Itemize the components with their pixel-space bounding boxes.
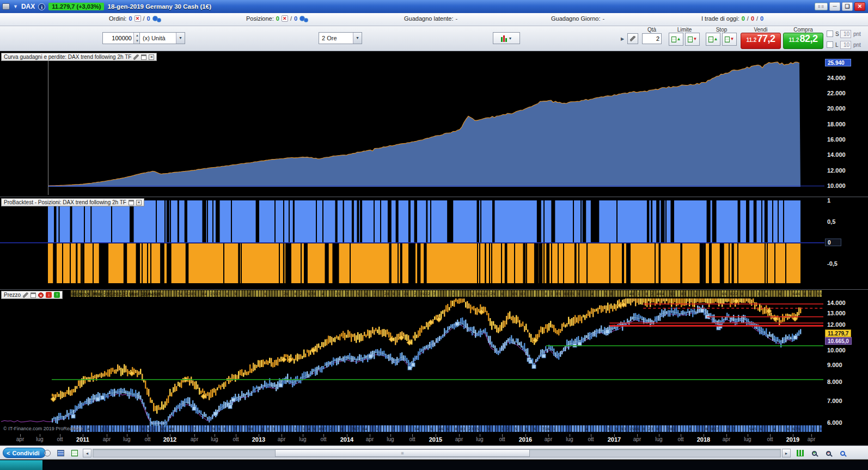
timeframe-select[interactable]: 2 Ore ▼ [319, 32, 362, 44]
buy-button[interactable]: 11.282,2 [783, 33, 823, 49]
close-icon[interactable]: × [136, 200, 142, 205]
svg-text:9: 9 [621, 427, 624, 431]
svg-text:0: 0 [202, 292, 204, 296]
limit-buy-button[interactable]: ▲ [669, 33, 683, 46]
svg-text:1: 1 [502, 427, 504, 431]
maximize-button[interactable]: ❏ [842, 2, 853, 11]
svg-text:6: 6 [354, 427, 357, 431]
stop-buy-button[interactable]: ▲ [706, 33, 720, 46]
equity-chart-canvas[interactable] [0, 51, 868, 197]
minimize-button[interactable]: ─ [829, 2, 840, 11]
quantity-stepper[interactable]: ▲ ▼ [102, 32, 141, 44]
day-gain-info: Guadagno Giorno: - [551, 15, 604, 22]
panel-expand-icon[interactable]: ▶ [621, 36, 624, 41]
position-label: Posizione: [246, 15, 274, 22]
zoom-select-button[interactable] [838, 448, 848, 458]
zoom-out-button[interactable]: − [823, 448, 834, 458]
positions-y-axis-label: 0,5 [827, 218, 865, 225]
svg-text:4: 4 [629, 292, 632, 296]
svg-text:3: 3 [570, 292, 572, 296]
order-sheet-icon [688, 36, 693, 42]
positions-chart-canvas[interactable] [0, 197, 868, 289]
info-icon[interactable]: i [38, 3, 45, 10]
svg-text:7: 7 [542, 427, 545, 431]
svg-text:3: 3 [812, 427, 814, 431]
workspace-button[interactable] [56, 448, 65, 458]
orders-settings-icon[interactable] [152, 15, 161, 22]
scroll-left-button[interactable]: ◄ [83, 449, 91, 457]
limit-points-input[interactable] [840, 41, 851, 49]
price-chart-canvas[interactable]: 6890228271253404674628504159769462602978… [0, 290, 868, 445]
share-button[interactable]: < Condividi [3, 448, 46, 458]
quick-buy-icon[interactable]: ↑ [54, 292, 60, 298]
svg-text:8: 8 [387, 292, 389, 296]
svg-text:8: 8 [267, 427, 270, 431]
wrench-icon[interactable] [23, 292, 28, 298]
order-settings-button[interactable] [627, 33, 638, 44]
svg-text:6: 6 [779, 292, 781, 296]
scrollbar-thumb[interactable]: ≡ [275, 449, 530, 457]
latent-gain-label: Guadagno latente: [404, 15, 454, 22]
x-axis-label: ott [314, 436, 333, 442]
equity-panel-title-text: Curva guadagni e perdite: DAX trend foll… [4, 54, 131, 60]
cancel-orders-icon[interactable]: ✕ [135, 15, 141, 22]
orders-count2: 0 [147, 15, 150, 22]
x-axis-label: apr [449, 436, 469, 442]
share-icon: < [7, 450, 10, 456]
chart-scrollbar[interactable]: ≡ [93, 449, 781, 457]
price-y-axis-label: 6.000 [827, 419, 865, 426]
sell-button[interactable]: 11.277,2 [741, 33, 781, 49]
unit-select[interactable]: (x) Unità ▼ [139, 32, 185, 44]
close-icon[interactable]: × [38, 292, 44, 298]
account-info-row: Ordini: 0 ✕ / 0 Posizione: 0 ✕ / 0 Guada… [0, 13, 868, 26]
x-axis-label: lug [649, 436, 669, 442]
x-axis-label: 2018 [694, 436, 713, 443]
keyboard-icon[interactable]: ⠿⠿ [815, 3, 828, 10]
publish-button[interactable] [42, 448, 52, 458]
x-axis-label: 2019 [783, 436, 803, 443]
instrument-dropdown-icon[interactable]: ▼ [13, 4, 18, 9]
svg-text:2: 2 [469, 427, 471, 431]
wrench-icon[interactable] [133, 54, 139, 60]
svg-text:3: 3 [472, 427, 474, 431]
arrow-down-icon: ▼ [730, 37, 735, 41]
auto-scale-button[interactable] [795, 448, 805, 458]
order-qty-input[interactable] [642, 33, 662, 44]
x-axis-label: ott [50, 436, 70, 442]
scroll-right-button[interactable]: ► [782, 449, 791, 457]
svg-text:2: 2 [649, 427, 651, 431]
orders-info: Ordini: 0 ✕ / 0 [109, 15, 161, 22]
stop-points-input[interactable] [840, 30, 851, 38]
svg-text:4: 4 [586, 427, 588, 431]
limit-label: Limite [669, 27, 700, 33]
window-icon[interactable] [141, 54, 146, 60]
close-position-icon[interactable]: ✕ [282, 15, 288, 22]
chart-type-button[interactable]: ▼ [493, 32, 520, 44]
stop-checkbox[interactable] [827, 30, 833, 37]
position-settings-icon[interactable] [299, 15, 308, 22]
quick-sell-icon[interactable]: ↓ [46, 292, 52, 298]
green-bars-icon [797, 450, 804, 456]
svg-text:0: 0 [706, 427, 708, 431]
instrument-symbol[interactable]: DAX [21, 3, 35, 10]
limit-sell-button[interactable]: ▼ [685, 33, 700, 46]
close-icon[interactable]: × [149, 54, 154, 60]
arrow-up-icon: ▲ [714, 37, 718, 41]
svg-text:9: 9 [213, 427, 215, 431]
window-icon[interactable] [129, 200, 134, 205]
quantity-input[interactable] [103, 33, 133, 44]
close-button[interactable]: ✕ [854, 2, 865, 11]
svg-text:4: 4 [752, 427, 754, 431]
svg-text:7: 7 [235, 427, 237, 431]
svg-text:4: 4 [322, 292, 324, 296]
x-axis-label: lug [117, 436, 137, 442]
window-icon[interactable] [30, 292, 36, 298]
svg-text:6: 6 [638, 427, 640, 431]
stop-sell-button[interactable]: ▼ [722, 33, 737, 46]
svg-text:9: 9 [164, 427, 166, 431]
indicator-value-badge: 10.665,0 [825, 337, 852, 345]
limit-checkbox[interactable] [827, 41, 833, 48]
x-axis-label: 2017 [604, 436, 624, 443]
export-table-button[interactable] [70, 448, 80, 458]
zoom-in-button[interactable]: + [809, 448, 820, 458]
